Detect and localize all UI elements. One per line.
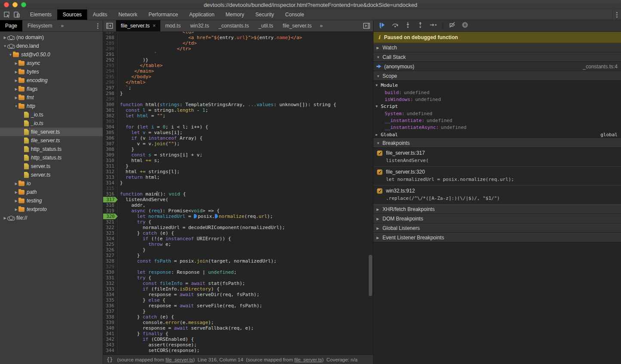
line-number[interactable]: 327 — [103, 253, 118, 258]
code-line[interactable]: 327 } — [103, 253, 373, 258]
line-number[interactable]: 314 — [103, 180, 118, 186]
line-number[interactable]: 299 — [103, 96, 118, 102]
show-debugger-panel-icon[interactable] — [360, 20, 373, 31]
code-line[interactable]: 309 const s = strings[i] + v; — [103, 152, 373, 158]
tree-item[interactable]: _io.ts — [0, 110, 103, 119]
scope-property[interactable]: System:undefined — [373, 110, 621, 117]
line-number[interactable]: 323 — [103, 230, 118, 236]
section-event-listener-breakpoints[interactable]: ▶Event Listener Breakpoints — [373, 233, 621, 242]
editor-tab[interactable]: file_server.ts — [278, 20, 316, 31]
code-line[interactable]: 330 let response: Response | undefined; — [103, 269, 373, 275]
code-line[interactable]: 293 </table> — [103, 63, 373, 68]
line-number[interactable]: 344 — [103, 348, 118, 353]
line-number[interactable]: 304 — [103, 124, 118, 130]
disclosure-right-icon[interactable]: ▶ — [14, 70, 18, 74]
tree-item[interactable]: file_server.ts — [0, 128, 103, 136]
code-line[interactable]: 303 — [103, 119, 373, 124]
line-number[interactable]: 339 — [103, 320, 118, 325]
scope-group-script[interactable]: ▼Script — [373, 103, 621, 110]
line-number[interactable]: 333 — [103, 286, 118, 292]
code-line[interactable]: 342 if (CORSEnabled) { — [103, 336, 373, 342]
line-number[interactable]: 307 — [103, 141, 118, 147]
disclosure-right-icon[interactable]: ▶ — [14, 79, 18, 83]
code-line[interactable]: 313 return html; — [103, 174, 373, 180]
code-line[interactable]: 311 } — [103, 163, 373, 169]
breakpoint-entry[interactable]: file_server.ts:317listenAndServe( — [373, 148, 621, 167]
tree-item[interactable]: ▶(no domain) — [0, 33, 103, 42]
navigator-tab-page[interactable]: Page — [0, 20, 22, 31]
section-breakpoints[interactable]: ▼Breakpoints — [373, 138, 621, 148]
line-number[interactable]: 311 — [103, 163, 118, 169]
code-line[interactable]: 316function main(): void { — [103, 191, 373, 197]
device-toolbar-icon[interactable] — [13, 11, 20, 18]
code-line[interactable]: 315 — [103, 186, 373, 191]
line-number[interactable]: 340 — [103, 325, 118, 331]
tree-item[interactable]: ▶testing — [0, 196, 103, 205]
line-number[interactable]: 342 — [103, 336, 118, 342]
code-line[interactable]: 333 if (fileInfo.isDirectory) { — [103, 286, 373, 292]
line-number[interactable]: 305 — [103, 130, 118, 135]
tree-item[interactable]: ▼http — [0, 102, 103, 110]
scope-group-module[interactable]: ▼Module — [373, 82, 621, 89]
code-line[interactable]: 290 </tr> — [103, 46, 373, 52]
code-line[interactable]: 302 let html = ""; — [103, 113, 373, 119]
tab-elements[interactable]: Elements — [24, 9, 57, 20]
line-number[interactable]: 315 — [103, 186, 118, 191]
breakpoint-location[interactable]: file_server.ts:320 — [386, 169, 425, 175]
tab-sources[interactable]: Sources — [57, 9, 87, 20]
code-line[interactable]: 297 `; — [103, 85, 373, 91]
frame-location[interactable]: _constants.ts:4 — [583, 64, 618, 70]
code-line[interactable]: 334 response = await serveDir(req, fsPat… — [103, 292, 373, 297]
disclosure-right-icon[interactable]: ▶ — [14, 208, 18, 211]
section-dom-breakpoints[interactable]: ▶DOM Breakpoints — [373, 214, 621, 223]
tree-item[interactable]: ▶bytes — [0, 67, 103, 76]
tree-item[interactable]: ▶async — [0, 59, 103, 67]
disclosure-right-icon[interactable]: ▶ — [14, 96, 18, 100]
line-number[interactable]: 329 — [103, 264, 118, 269]
line-number[interactable]: 322 — [103, 225, 118, 230]
line-number[interactable]: 298 — [103, 91, 118, 96]
inline-breakpoint-marker[interactable] — [194, 214, 197, 218]
line-number[interactable]: 288 — [103, 35, 118, 40]
close-tab-icon[interactable]: × — [153, 23, 156, 29]
editor-tab[interactable]: win32.ts — [185, 20, 214, 31]
section-xhr-fetch-breakpoints[interactable]: ▶XHR/fetch Breakpoints — [373, 205, 621, 214]
breakpoint-checkbox[interactable] — [377, 150, 382, 156]
disclosure-down-icon[interactable]: ▼ — [14, 104, 18, 108]
breakpoint-entry[interactable]: win32.ts:912.replace(/^\/*([A-Za-z]:)(\/… — [373, 186, 621, 205]
code-line[interactable]: 312 html += strings[l]; — [103, 169, 373, 174]
line-number[interactable]: 310 — [103, 158, 118, 163]
tab-network[interactable]: Network — [113, 9, 143, 20]
code-line[interactable]: 335 } else { — [103, 297, 373, 303]
line-number[interactable]: 313 — [103, 174, 118, 180]
breakpoint-checkbox[interactable] — [377, 169, 382, 175]
disclosure-down-icon[interactable]: ▼ — [8, 53, 13, 57]
tree-item[interactable]: file_server.ts — [0, 136, 103, 145]
line-number[interactable]: 295 — [103, 74, 118, 80]
disclosure-right-icon[interactable]: ▶ — [14, 190, 18, 194]
code-line[interactable]: 331 try { — [103, 275, 373, 281]
tree-item[interactable]: ▶textproto — [0, 205, 103, 214]
line-number[interactable]: 306 — [103, 135, 118, 141]
navigator-menu-icon[interactable] — [97, 23, 98, 29]
disclosure-down-icon[interactable]: ▼ — [3, 44, 7, 48]
tree-item[interactable]: ▶fmt — [0, 93, 103, 102]
code-line[interactable]: 343 assert(response); — [103, 342, 373, 348]
tree-item[interactable]: _io.ts — [0, 119, 103, 128]
disclosure-right-icon[interactable]: ▶ — [14, 61, 18, 65]
step-over-icon[interactable] — [392, 21, 399, 30]
editor-tab[interactable]: _constants.ts — [214, 20, 254, 31]
editor-scrollbar[interactable] — [369, 255, 372, 296]
tree-item[interactable]: ▶encoding — [0, 76, 103, 85]
line-number[interactable]: 308 — [103, 147, 118, 152]
tab-security[interactable]: Security — [250, 9, 279, 20]
tree-item[interactable]: http_status.ts — [0, 145, 103, 153]
line-number[interactable]: 335 — [103, 297, 118, 303]
line-number[interactable]: 291 — [103, 52, 118, 57]
editor-tab[interactable]: mod.ts — [160, 20, 185, 31]
line-number[interactable]: 312 — [103, 169, 118, 174]
code-line[interactable]: 339 console.error(e.message); — [103, 320, 373, 325]
step-into-icon[interactable] — [404, 21, 411, 30]
tree-item[interactable]: ▶file:// — [0, 214, 103, 222]
line-number[interactable]: 309 — [103, 152, 118, 158]
